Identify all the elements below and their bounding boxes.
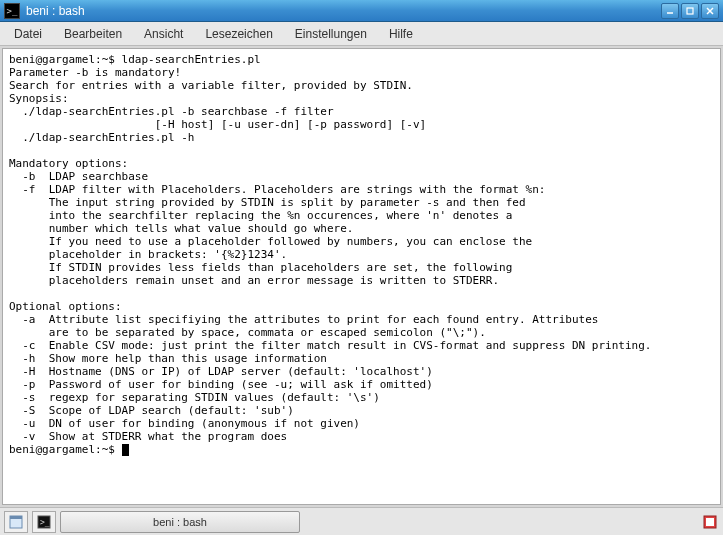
terminal-area[interactable]: beni@gargamel:~$ ldap-searchEntries.pl P… bbox=[2, 48, 721, 505]
window-controls bbox=[661, 3, 719, 19]
minimize-button[interactable] bbox=[661, 3, 679, 19]
menu-datei[interactable]: Datei bbox=[4, 24, 52, 44]
cursor bbox=[122, 444, 129, 456]
command-text: ldap-searchEntries.pl bbox=[122, 53, 261, 66]
prompt: beni@gargamel:~$ bbox=[9, 443, 122, 456]
menubar: Datei Bearbeiten Ansicht Lesezeichen Ein… bbox=[0, 22, 723, 46]
svg-rect-1 bbox=[687, 8, 693, 14]
tray-icon[interactable] bbox=[701, 513, 719, 531]
svg-rect-5 bbox=[10, 516, 22, 519]
prompt: beni@gargamel:~$ bbox=[9, 53, 122, 66]
terminal-launcher-icon[interactable]: >_ bbox=[32, 511, 56, 533]
window-title: beni : bash bbox=[26, 4, 661, 18]
menu-hilfe[interactable]: Hilfe bbox=[379, 24, 423, 44]
menu-einstellungen[interactable]: Einstellungen bbox=[285, 24, 377, 44]
terminal-window: >_ beni : bash Datei Bearbeiten Ansicht … bbox=[0, 0, 723, 535]
menu-bearbeiten[interactable]: Bearbeiten bbox=[54, 24, 132, 44]
menu-ansicht[interactable]: Ansicht bbox=[134, 24, 193, 44]
taskbar-window-label: beni : bash bbox=[153, 516, 207, 528]
maximize-button[interactable] bbox=[681, 3, 699, 19]
titlebar[interactable]: >_ beni : bash bbox=[0, 0, 723, 22]
svg-text:>_: >_ bbox=[40, 518, 50, 527]
terminal-output: Parameter -b is mandatory! Search for en… bbox=[9, 66, 651, 443]
svg-rect-9 bbox=[706, 518, 714, 526]
taskbar: >_ beni : bash bbox=[0, 507, 723, 535]
close-button[interactable] bbox=[701, 3, 719, 19]
show-desktop-button[interactable] bbox=[4, 511, 28, 533]
terminal-app-icon: >_ bbox=[4, 3, 20, 19]
taskbar-window-button[interactable]: beni : bash bbox=[60, 511, 300, 533]
menu-lesezeichen[interactable]: Lesezeichen bbox=[195, 24, 282, 44]
